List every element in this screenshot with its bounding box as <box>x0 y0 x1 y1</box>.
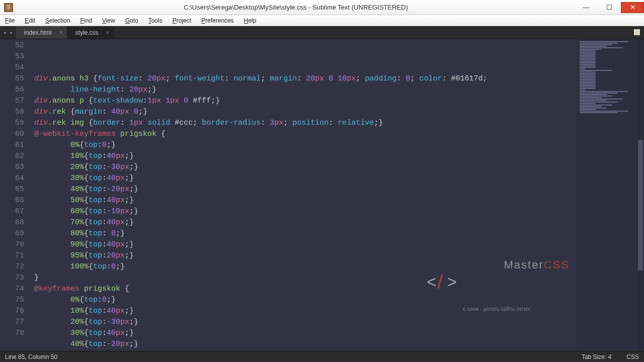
line-number: 67 <box>0 206 30 217</box>
line-number: 72 <box>0 261 30 273</box>
code-line[interactable]: 90%{top:40px;} <box>30 239 577 250</box>
line-number: 75 <box>0 295 30 306</box>
code-line[interactable]: 20%{top:-30px;} <box>30 162 577 173</box>
line-number: 53 <box>0 51 30 62</box>
line-number: 61 <box>0 140 30 151</box>
code-line[interactable]: 40%{top:-20px;} <box>30 339 577 350</box>
code-line[interactable]: 60%{top:-10px;} <box>30 206 577 217</box>
code-line[interactable]: 30%{top:40px;} <box>30 328 577 339</box>
code-line[interactable]: 40%{top:-20px;} <box>30 184 577 195</box>
window-titlebar: S C:\Users\Serega\Desktop\MySite\style.c… <box>0 0 644 15</box>
line-number: 58 <box>0 107 30 118</box>
menu-file[interactable]: File <box>0 16 20 25</box>
line-number: 56 <box>0 84 30 96</box>
code-line[interactable]: div.rek {margin: 40px 0;} <box>30 107 577 118</box>
code-line[interactable]: 0%{top:0;} <box>30 295 577 306</box>
line-number: 59 <box>0 118 30 129</box>
line-number: 62 <box>0 151 30 162</box>
line-number-gutter: 5253545556575859606162636465666768697071… <box>0 39 30 351</box>
code-line[interactable]: div.anons h3 {font-size: 20px; font-weig… <box>30 73 577 84</box>
menu-help[interactable]: Help <box>239 16 262 25</box>
line-number: 65 <box>0 184 30 195</box>
tab-close-icon[interactable]: × <box>59 29 63 36</box>
code-line[interactable]: 30%{top:40px;} <box>30 173 577 184</box>
line-number: 63 <box>0 162 30 173</box>
menu-selection[interactable]: Selection <box>40 16 75 25</box>
code-line[interactable]: div.anons p {text-shadow:1px 1px 0 #fff;… <box>30 96 577 107</box>
tab-index-html[interactable]: index.html× <box>16 26 67 39</box>
editor: 5253545556575859606162636465666768697071… <box>0 39 644 351</box>
line-number: 54 <box>0 62 30 73</box>
menu-find[interactable]: Find <box>75 16 97 25</box>
code-line[interactable]: 100%{top:0;} <box>30 261 577 273</box>
menu-preferences[interactable]: Preferences <box>196 16 239 25</box>
tab-close-icon[interactable]: × <box>106 29 110 36</box>
menu-edit[interactable]: Edit <box>20 16 40 25</box>
menu-project[interactable]: Project <box>168 16 196 25</box>
minimap[interactable] <box>577 39 637 351</box>
window-title: C:\Users\Serega\Desktop\MySite\style.css… <box>17 4 575 11</box>
line-number: 71 <box>0 250 30 261</box>
app-icon: S <box>4 3 13 12</box>
code-line[interactable]: 50%{top:40px;} <box>30 350 577 351</box>
code-line[interactable]: 50%{top:40px;} <box>30 195 577 206</box>
tab-history-arrows[interactable]: ◂ ▸ <box>0 26 16 39</box>
line-number: 57 <box>0 96 30 107</box>
code-line[interactable]: 0%{top:0;} <box>30 140 577 151</box>
tab-label: style.css <box>75 29 99 36</box>
status-bar: Line 85, Column 50 Tab Size: 4 CSS <box>0 351 644 362</box>
scrollbar-thumb[interactable] <box>638 140 643 270</box>
line-number: 60 <box>0 129 30 140</box>
maximize-button[interactable]: ☐ <box>598 2 621 13</box>
menubar: FileEditSelectionFindViewGotoToolsProjec… <box>0 15 644 26</box>
status-position[interactable]: Line 85, Column 50 <box>5 353 57 360</box>
line-number: 74 <box>0 284 30 295</box>
line-number: 64 <box>0 173 30 184</box>
code-line[interactable]: line-height: 20px;} <box>30 84 577 96</box>
code-line[interactable]: @-webkit-keyframes prigskok { <box>30 129 577 140</box>
tab-corner-indicator <box>634 29 640 35</box>
status-syntax[interactable]: CSS <box>626 353 639 360</box>
close-button[interactable]: ✕ <box>621 2 644 13</box>
line-number: 66 <box>0 195 30 206</box>
code-line[interactable]: 10%{top:40px;} <box>30 151 577 162</box>
line-number: 77 <box>0 317 30 328</box>
code-line[interactable]: 95%{top:20px;} <box>30 250 577 261</box>
minimize-button[interactable]: — <box>575 2 598 13</box>
tabs-container: index.html×style.css× <box>16 26 114 39</box>
code-line[interactable]: @keyframes prigskok { <box>30 284 577 295</box>
line-number: 55 <box>0 73 30 84</box>
menu-view[interactable]: View <box>97 16 120 25</box>
menu-tools[interactable]: Tools <box>143 16 168 25</box>
code-line[interactable]: 20%{top:-30px;} <box>30 317 577 328</box>
line-number: 78 <box>0 328 30 339</box>
vertical-scrollbar[interactable] <box>637 39 644 351</box>
code-line[interactable]: } <box>30 273 577 284</box>
status-tab-size[interactable]: Tab Size: 4 <box>582 353 611 360</box>
line-number: 76 <box>0 306 30 317</box>
tab-style-css[interactable]: style.css× <box>67 26 114 39</box>
line-number: 52 <box>0 40 30 51</box>
code-line[interactable]: 10%{top:40px;} <box>30 306 577 317</box>
line-number: 73 <box>0 273 30 284</box>
line-number: 69 <box>0 228 30 239</box>
window-controls: — ☐ ✕ <box>575 2 644 13</box>
code-line[interactable]: 80%{top: 0;} <box>30 228 577 239</box>
tab-label: index.html <box>24 29 52 36</box>
line-number: 70 <box>0 239 30 250</box>
code-line[interactable]: 70%{top:40px;} <box>30 217 577 228</box>
tab-bar: ◂ ▸ index.html×style.css× <box>0 26 644 39</box>
line-number: 68 <box>0 217 30 228</box>
code-area[interactable]: div.anons h3 {font-size: 20px; font-weig… <box>30 39 577 351</box>
code-line[interactable]: div.rek img {border: 1px solid #ccc; bor… <box>30 118 577 129</box>
menu-goto[interactable]: Goto <box>120 16 143 25</box>
